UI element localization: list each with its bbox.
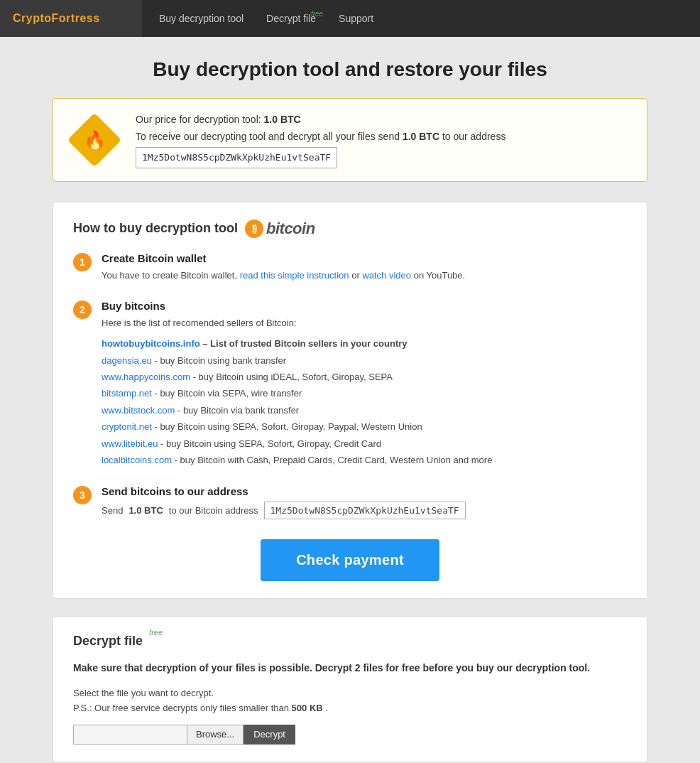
price-description: To receive our decrypting tool and decry… bbox=[136, 129, 505, 146]
step-3: 3 Send bitcoins to our address Send 1.0 … bbox=[73, 485, 627, 519]
seller-link-2[interactable]: www.happycoins.com bbox=[102, 372, 190, 382]
browse-button[interactable]: Browse... bbox=[187, 725, 244, 745]
price-line: Our price for decryption tool: 1.0 BTC bbox=[136, 112, 505, 129]
seller-list: howtobuybitcoins.info – List of trusted … bbox=[102, 335, 492, 468]
step-1-text: You have to create Bitcoin wallet, read … bbox=[102, 269, 465, 283]
seller-link-3[interactable]: bitstamp.net bbox=[102, 388, 152, 399]
step-1: 1 Create Bitcoin wallet You have to crea… bbox=[73, 252, 627, 283]
step-3-content: Send bitcoins to our address Send 1.0 BT… bbox=[102, 485, 466, 519]
seller-link-5[interactable]: cryptonit.net bbox=[102, 421, 152, 432]
decrypt-file-card: Decrypt file free Make sure that decrypt… bbox=[53, 616, 647, 762]
decrypt-info-text: Make sure that decryption of your files … bbox=[73, 660, 627, 676]
svg-text:🔥: 🔥 bbox=[84, 129, 106, 151]
seller-link-0[interactable]: howtobuybitcoins.info bbox=[102, 338, 200, 349]
file-input-row: Browse... Decrypt bbox=[73, 725, 627, 745]
seller-link-7[interactable]: localbitcoins.com bbox=[102, 455, 172, 465]
list-item: www.bitstock.com - buy Bitcoin via bank … bbox=[102, 402, 492, 418]
nav-buy-link[interactable]: Buy decryption tool bbox=[149, 9, 253, 28]
seller-link-1[interactable]: dagensia.eu bbox=[102, 355, 152, 366]
list-item: bitstamp.net - buy Bitcoin via SEPA, wir… bbox=[102, 385, 492, 401]
warning-bitcoin-icon: 🔥 bbox=[69, 114, 120, 166]
list-item: www.litebit.eu - buy Bitcoin using SEPA,… bbox=[102, 435, 492, 452]
step3-address: 1Mz5DotwN8S5cpDZWkXpkUzhEu1vtSeaTF bbox=[264, 502, 466, 519]
nav-decrypt-link[interactable]: Decrypt file free bbox=[256, 9, 326, 28]
step-1-heading: Create Bitcoin wallet bbox=[102, 252, 465, 264]
nav-links: Buy decryption tool Decrypt file free Su… bbox=[142, 0, 390, 37]
price-text: Our price for decryption tool: 1.0 BTC T… bbox=[136, 112, 505, 168]
decrypt-card-title: Decrypt file free bbox=[73, 634, 143, 649]
step3-send-amount: 1.0 BTC bbox=[128, 505, 163, 516]
step-2: 2 Buy bitcoins Here is the list of recom… bbox=[73, 300, 627, 468]
price-value: 1.0 BTC bbox=[264, 114, 301, 125]
list-item: cryptonit.net - buy Bitcoin using SEPA, … bbox=[102, 418, 492, 435]
free-badge: free bbox=[311, 10, 323, 18]
list-item: www.happycoins.com - buy Bitcoin using i… bbox=[102, 369, 492, 385]
nav-support-link[interactable]: Support bbox=[329, 9, 383, 28]
brand-text: CryptoFortress bbox=[13, 12, 100, 25]
decrypt-sub-text: Select the file you want to decrypt. bbox=[73, 688, 627, 698]
step-3-num: 3 bbox=[73, 486, 92, 504]
step-1-content: Create Bitcoin wallet You have to create… bbox=[102, 252, 465, 283]
sellers-intro: Here is the list of recomended sellers o… bbox=[102, 316, 492, 331]
list-item: localbitcoins.com - buy Bitcoin with Cas… bbox=[102, 452, 492, 468]
watch-video-link[interactable]: watch video bbox=[362, 270, 411, 281]
file-input-display bbox=[73, 725, 187, 745]
how-to-buy-card: How to buy decryption tool ₿ bitcoin 1 C… bbox=[53, 202, 647, 600]
btc-circle-icon: ₿ bbox=[245, 220, 263, 238]
main-content: Buy decryption tool and restore your fil… bbox=[41, 37, 659, 763]
list-item: dagensia.eu - buy Bitcoin using bank tra… bbox=[102, 352, 492, 369]
seller-link-6[interactable]: www.litebit.eu bbox=[102, 438, 158, 449]
read-instruction-link[interactable]: read this simple instruction bbox=[240, 270, 349, 281]
page-title: Buy decryption tool and restore your fil… bbox=[53, 58, 647, 81]
decrypt-ps-text: P.S.: Our free service decrypts only fil… bbox=[73, 703, 627, 713]
price-box: 🔥 Our price for decryption tool: 1.0 BTC… bbox=[53, 98, 647, 182]
step-2-num: 2 bbox=[73, 301, 92, 319]
bitcoin-logo: ₿ bitcoin bbox=[245, 220, 315, 238]
seller-link-4[interactable]: www.bitstock.com bbox=[102, 405, 175, 416]
navbar: CryptoFortress Buy decryption tool Decry… bbox=[0, 0, 700, 37]
card-title: How to buy decryption tool ₿ bitcoin bbox=[73, 220, 627, 238]
nav-brand: CryptoFortress bbox=[0, 0, 142, 37]
send-amount: 1.0 BTC bbox=[403, 131, 439, 142]
step-3-heading: Send bitcoins to our address bbox=[102, 485, 466, 497]
decrypt-size-limit: 500 KB bbox=[292, 703, 323, 713]
step-2-heading: Buy bitcoins bbox=[102, 300, 492, 312]
list-item: howtobuybitcoins.info – List of trusted … bbox=[102, 335, 492, 352]
decrypt-button[interactable]: Decrypt bbox=[244, 725, 295, 745]
send-address-row: Send 1.0 BTC to our Bitcoin address 1Mz5… bbox=[102, 502, 466, 519]
step-2-content: Buy bitcoins Here is the list of recomen… bbox=[102, 300, 492, 468]
decrypt-free-label: free bbox=[149, 628, 163, 637]
bitcoin-word: bitcoin bbox=[266, 220, 315, 238]
check-payment-button[interactable]: Check payment bbox=[261, 539, 439, 581]
btc-address-display: 1Mz5DotwN8S5cpDZWkXpkUzhEu1vtSeaTF bbox=[136, 147, 337, 168]
step-1-num: 1 bbox=[73, 253, 92, 271]
